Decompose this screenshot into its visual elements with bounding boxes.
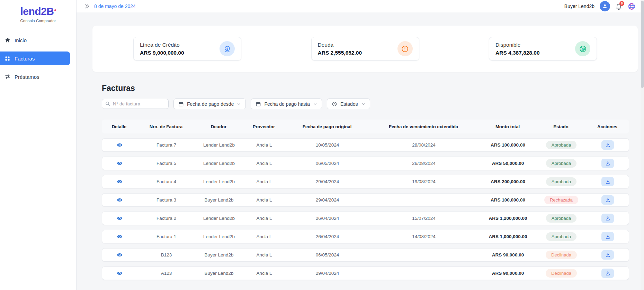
view-detail-icon[interactable] [117,179,123,185]
download-icon [605,252,610,258]
table-row: Factura 1 Lender Lend2b Ancla L 26/04/20… [102,230,629,243]
invoice-number: Factura 3 [137,197,196,203]
user-avatar[interactable] [600,1,610,11]
status-badge: Aprobada [546,159,576,168]
extended-due-date: 14/08/2024 [368,234,479,239]
total-amount: ARS 100,000.00 [479,197,537,203]
debtor: Lender Lend2b [196,161,242,166]
states-filter[interactable]: Estados [327,99,370,109]
download-button[interactable] [601,140,614,150]
sidebar-nav: Inicio Facturas Préstamos [0,33,76,84]
download-button[interactable] [601,159,614,168]
date-to-filter[interactable]: Fecha de pago hasta [251,99,322,109]
filter-label: Estados [340,101,358,107]
invoice-number: Factura 5 [137,161,196,166]
stat-value: ARS 9,000,000.00 [140,50,184,56]
sidebar-item-inicio[interactable]: Inicio [0,33,70,47]
user-name: Buyer Lend2b [564,3,594,9]
debtor: Buyer Lend2b [196,252,242,258]
debtor: Lender Lend2b [196,216,242,221]
filter-label: Fecha de pago hasta [264,101,310,107]
status-clock-icon [332,101,337,107]
notification-badge: 5 [619,1,624,6]
scrollbar-thumb[interactable] [641,1,644,88]
view-detail-icon[interactable] [117,142,123,148]
debtor: Lender Lend2b [196,179,242,184]
provider: Ancla L [242,161,286,166]
status-badge: Aprobada [546,214,576,223]
content: Línea de Crédito ARS 9,000,000.00 $ Deud… [77,12,644,280]
download-icon [605,179,610,184]
search-icon [105,101,110,108]
language-globe-icon[interactable] [628,2,636,10]
download-button[interactable] [601,250,614,260]
sidebar-item-label: Facturas [15,56,35,62]
extended-due-date: 26/08/2024 [368,161,479,166]
table-row: Factura 3 Buyer Lend2b Ancla L 29/04/202… [102,193,629,207]
scrollbar[interactable] [641,0,644,290]
col-acciones: Acciones [585,124,629,129]
stat-value: ARS 2,555,652.00 [318,50,362,56]
logo-text: lend2B [0,6,76,17]
debtor: Lender Lend2b [196,142,242,148]
status-badge: Aprobada [546,177,576,186]
stat-value: ARS 4,387,828.00 [495,50,540,56]
download-icon [605,271,610,276]
view-detail-icon[interactable] [117,234,123,240]
total-amount: ARS 200,000.00 [479,179,537,184]
table-row: B123 Buyer Lend2b Ancla L 06/05/2024 ARS… [102,248,629,262]
table-row: Factura 7 Lender Lend2b Ancla L 10/05/20… [102,138,629,152]
status-badge: Aprobada [546,232,576,241]
sidebar-item-prestamos[interactable]: Préstamos [0,70,70,84]
download-button[interactable] [601,214,614,223]
view-detail-icon[interactable] [117,270,123,276]
expand-sidebar-icon[interactable] [84,3,90,9]
extended-due-date: 19/08/2024 [368,179,479,184]
date-from-filter[interactable]: Fecha de pago desde [173,99,246,109]
provider: Ancla L [242,271,286,276]
view-detail-icon[interactable] [117,197,123,203]
search-input[interactable] [102,99,169,109]
download-button[interactable] [601,195,614,205]
notifications-button[interactable]: 5 [615,3,623,10]
original-pay-date: 06/05/2024 [286,161,368,166]
chevron-down-icon [237,102,241,106]
chevron-down-icon [361,102,365,106]
debtor: Buyer Lend2b [196,197,242,203]
col-nro-factura: Nro. de Factura [136,124,196,129]
invoice-number: Factura 4 [137,179,196,184]
download-button[interactable] [601,177,614,186]
col-monto: Monto total [479,124,536,129]
sidebar-item-facturas[interactable]: Facturas [0,52,70,65]
invoice-number: Factura 2 [137,216,196,221]
stat-title: Deuda [318,42,362,48]
col-estado: Estado [536,124,585,129]
view-detail-icon[interactable] [117,252,123,258]
coin-icon: $ [575,41,590,56]
alert-icon [397,41,413,56]
provider: Ancla L [242,216,286,221]
stat-title: Disponible [495,42,540,48]
download-icon [605,216,610,221]
invoice-number: Factura 1 [137,234,196,239]
page-title: Facturas [102,84,629,93]
original-pay-date: 26/04/2024 [286,234,368,239]
status-badge: Rechazada [544,196,578,204]
col-fecha-pago: Fecha de pago original [286,124,368,129]
provider: Ancla L [242,252,286,258]
download-button[interactable] [601,232,614,241]
debt-card: Deuda ARS 2,555,652.00 [311,37,419,60]
stats-panel: Línea de Crédito ARS 9,000,000.00 $ Deud… [92,26,638,72]
download-icon [605,161,610,166]
current-date: 8 de mayo de 2024 [94,3,136,9]
view-detail-icon[interactable] [117,215,123,221]
topbar: 8 de mayo de 2024 Buyer Lend2b 5 [77,0,644,12]
download-icon [605,234,610,239]
calendar-icon [178,101,184,107]
swap-arrows-icon [5,74,11,80]
download-button[interactable] [601,269,614,278]
original-pay-date: 26/04/2024 [286,216,368,221]
svg-text:$: $ [226,47,228,50]
provider: Ancla L [242,197,286,203]
view-detail-icon[interactable] [117,160,123,166]
